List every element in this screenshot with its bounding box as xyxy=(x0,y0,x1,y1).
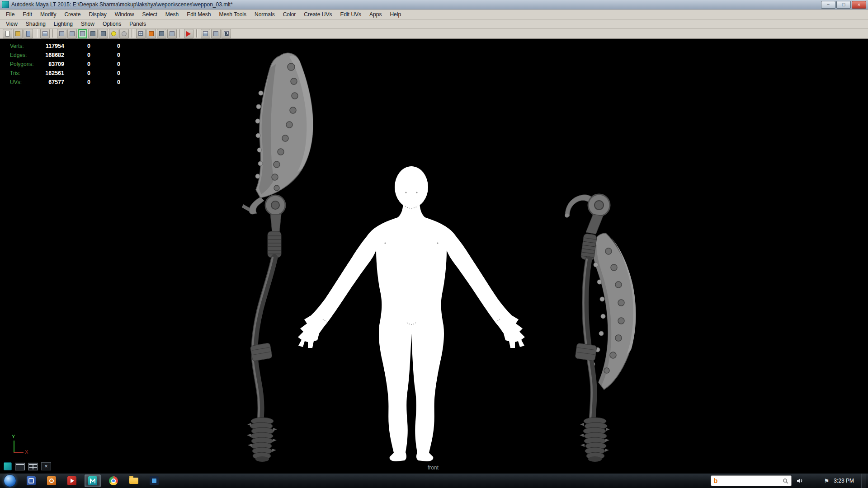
quick-render-icon[interactable] xyxy=(211,29,221,38)
camera-name-label: front xyxy=(428,465,439,471)
hud-total: 168682 xyxy=(39,52,64,58)
menu-edit-uvs[interactable]: Edit UVs xyxy=(336,11,365,18)
select-by-component-icon[interactable] xyxy=(78,29,87,38)
maya-taskbar-icon[interactable] xyxy=(85,474,101,487)
selection-mask-menu-icon[interactable] xyxy=(40,29,50,38)
hud-col3: 0 xyxy=(90,43,120,49)
file-new-icon[interactable] xyxy=(3,29,12,38)
speaker-icon[interactable] xyxy=(796,477,803,484)
menu-create-uvs[interactable]: Create UVs xyxy=(300,11,336,18)
hud-col3: 0 xyxy=(90,61,120,67)
view-axis-indicator: Y X xyxy=(9,435,33,459)
panel-menu-panels[interactable]: Panels xyxy=(125,21,150,27)
file-open-icon[interactable] xyxy=(13,29,23,38)
hud-col2: 0 xyxy=(64,43,90,49)
action-center-flag-icon[interactable]: ⚑ xyxy=(824,478,830,484)
single-pane-layout-icon[interactable] xyxy=(15,463,25,470)
axis-x-label: X xyxy=(25,449,28,455)
menu-display[interactable]: Display xyxy=(85,11,110,18)
panel-menu-show[interactable]: Show xyxy=(77,21,99,27)
four-pane-layout-icon[interactable] xyxy=(28,463,38,470)
hud-col3: 0 xyxy=(90,70,120,76)
close-panel-icon[interactable]: × xyxy=(41,462,51,470)
chrome-icon[interactable] xyxy=(106,475,121,487)
file-save-icon[interactable] xyxy=(24,29,33,38)
menu-color[interactable]: Color xyxy=(279,11,300,18)
panel-menu-bar: View Shading Lighting Show Options Panel… xyxy=(0,19,868,28)
menu-create[interactable]: Create xyxy=(60,11,85,18)
menu-mesh[interactable]: Mesh xyxy=(161,11,183,18)
menu-mesh-tools[interactable]: Mesh Tools xyxy=(215,11,250,18)
snap-to-grid-icon[interactable] xyxy=(136,29,146,38)
start-button[interactable] xyxy=(4,474,16,487)
taskbar-app-icons xyxy=(24,474,162,487)
menu-help[interactable]: Help xyxy=(386,11,405,18)
hud-total: 117954 xyxy=(39,43,64,49)
character-body-mesh[interactable] xyxy=(298,166,525,461)
maya-window: Autodesk Maya LT 2015: E:\Deepak Sharma\… xyxy=(0,0,868,488)
toolbar-separator xyxy=(179,29,181,38)
hud-col3: 0 xyxy=(90,52,120,58)
hud-col2: 0 xyxy=(64,79,90,85)
close-button[interactable]: × xyxy=(852,1,866,9)
select-by-hierarchy-icon[interactable] xyxy=(57,29,66,38)
window-controls: − □ × xyxy=(821,1,866,9)
photoshop-icon[interactable] xyxy=(146,475,162,487)
snap-to-point-icon[interactable] xyxy=(157,29,166,38)
hud-total: 83709 xyxy=(39,61,64,67)
menu-select[interactable]: Select xyxy=(138,11,161,18)
maya-panel-icon[interactable] xyxy=(4,462,12,470)
hud-label: Tris: xyxy=(10,70,39,76)
toolbar-separator xyxy=(132,29,133,38)
menu-normals[interactable]: Normals xyxy=(250,11,279,18)
search-box[interactable]: b xyxy=(711,475,792,486)
hypershade-icon[interactable] xyxy=(222,29,231,38)
maya-window-icon xyxy=(2,1,9,8)
axis-y-line xyxy=(14,441,14,452)
show-desktop-button[interactable] xyxy=(861,474,866,488)
menu-apps[interactable]: Apps xyxy=(365,11,386,18)
menu-edit[interactable]: Edit xyxy=(19,11,36,18)
hud-label: Verts: xyxy=(10,43,39,49)
panel-menu-lighting[interactable]: Lighting xyxy=(50,21,77,27)
main-menu-bar: File Edit Modify Create Display Window S… xyxy=(0,9,868,19)
construction-history-icon[interactable] xyxy=(184,29,193,38)
panel-menu-shading[interactable]: Shading xyxy=(22,21,50,27)
menu-window[interactable]: Window xyxy=(111,11,138,18)
app-icon-orange[interactable] xyxy=(44,475,59,487)
search-input[interactable] xyxy=(720,478,780,484)
folder-icon[interactable] xyxy=(126,475,142,487)
select-by-object-icon[interactable] xyxy=(67,29,77,38)
title-bar[interactable]: Autodesk Maya LT 2015: E:\Deepak Sharma\… xyxy=(0,0,868,9)
taskbar-clock[interactable]: 3:23 PM xyxy=(834,478,854,484)
app-icon-blue[interactable] xyxy=(24,475,39,487)
toolbar-separator xyxy=(52,29,54,38)
weapon-blade-right[interactable] xyxy=(565,194,636,462)
minimize-button[interactable]: − xyxy=(821,1,835,9)
lock-selection-icon[interactable] xyxy=(119,29,129,38)
set-object-selection-mask-icon[interactable] xyxy=(99,29,108,38)
poly-count-hud: Verts: 117954 0 0 Edges: 168682 0 0 Poly… xyxy=(10,42,120,87)
viewport-3d-scene xyxy=(0,39,868,473)
system-tray: b ⚑ 3:23 PM xyxy=(711,474,868,488)
menu-file[interactable]: File xyxy=(2,11,19,18)
axis-y-label: Y xyxy=(12,434,15,439)
snap-to-curve-icon[interactable] xyxy=(146,29,156,38)
weapon-blade-left[interactable] xyxy=(242,53,313,462)
hud-col2: 0 xyxy=(64,70,90,76)
hud-row-edges: Edges: 168682 0 0 xyxy=(10,51,120,60)
snap-to-view-plane-icon[interactable] xyxy=(167,29,177,38)
panel-menu-options[interactable]: Options xyxy=(99,21,125,27)
menu-edit-mesh[interactable]: Edit Mesh xyxy=(183,11,215,18)
highlight-selection-mode-icon[interactable] xyxy=(88,29,98,38)
app-icon-red[interactable] xyxy=(64,475,80,487)
render-view-icon[interactable] xyxy=(201,29,210,38)
panel-menu-view[interactable]: View xyxy=(2,21,22,27)
select-by-object-type-icon[interactable] xyxy=(109,29,118,38)
viewport-front-camera[interactable]: Verts: 117954 0 0 Edges: 168682 0 0 Poly… xyxy=(0,39,868,473)
bing-logo-icon: b xyxy=(714,478,718,484)
hud-total: 162561 xyxy=(39,70,64,76)
hud-row-verts: Verts: 117954 0 0 xyxy=(10,42,120,51)
maximize-button[interactable]: □ xyxy=(836,1,851,9)
menu-modify[interactable]: Modify xyxy=(36,11,60,18)
